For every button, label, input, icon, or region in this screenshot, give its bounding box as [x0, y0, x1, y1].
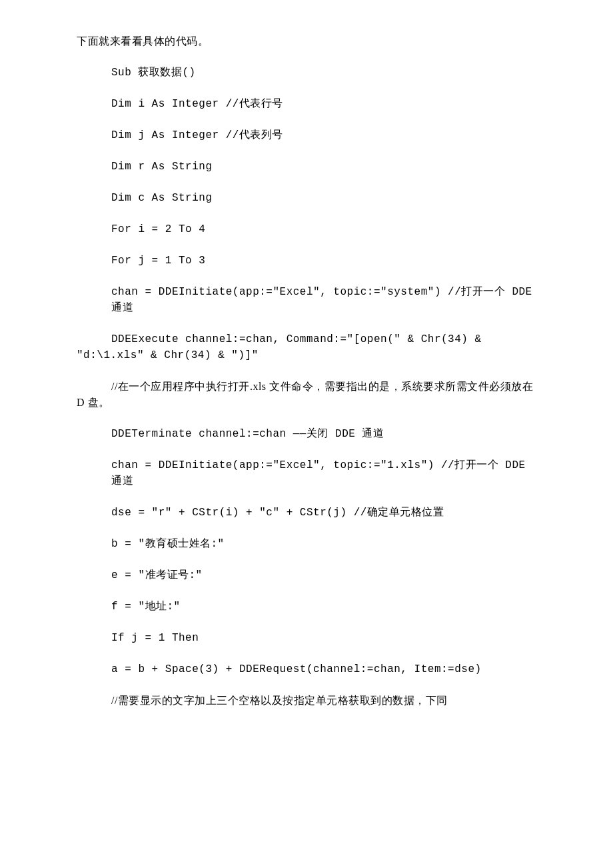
code-line: f = "地址:" [77, 599, 536, 615]
code-line: Dim j As Integer //代表列号 [77, 127, 536, 143]
comment-line: //在一个应用程序中执行打开.xls 文件命令，需要指出的是，系统要求所需文件必… [77, 379, 536, 411]
code-line: Dim i As Integer //代表行号 [77, 96, 536, 112]
code-line: a = b + Space(3) + DDERequest(channel:=c… [77, 661, 536, 677]
code-line: For j = 1 To 3 [77, 253, 536, 269]
document-page: 下面就来看看具体的代码。 Sub 获取数据() Dim i As Integer… [0, 0, 613, 868]
code-line: e = "准考证号:" [77, 567, 536, 583]
comment-line: //需要显示的文字加上三个空格以及按指定单元格获取到的数据，下同 [77, 693, 536, 709]
code-line: For i = 2 To 4 [77, 221, 536, 237]
code-line: DDETerminate channel:=chan ——关闭 DDE 通道 [77, 426, 536, 442]
code-line: If j = 1 Then [77, 630, 536, 646]
code-line: dse = "r" + CStr(i) + "c" + CStr(j) //确定… [77, 505, 536, 521]
code-line: Sub 获取数据() [77, 65, 536, 81]
code-line: chan = DDEInitiate(app:="Excel", topic:=… [77, 284, 536, 316]
code-line: Dim r As String [77, 159, 536, 175]
code-line: chan = DDEInitiate(app:="Excel", topic:=… [77, 457, 536, 489]
code-line: DDEExecute channel:=chan, Command:="[ope… [77, 331, 536, 363]
code-line: Dim c As String [77, 190, 536, 206]
text-line: 下面就来看看具体的代码。 [77, 33, 536, 49]
code-line: b = "教育硕士姓名:" [77, 536, 536, 552]
